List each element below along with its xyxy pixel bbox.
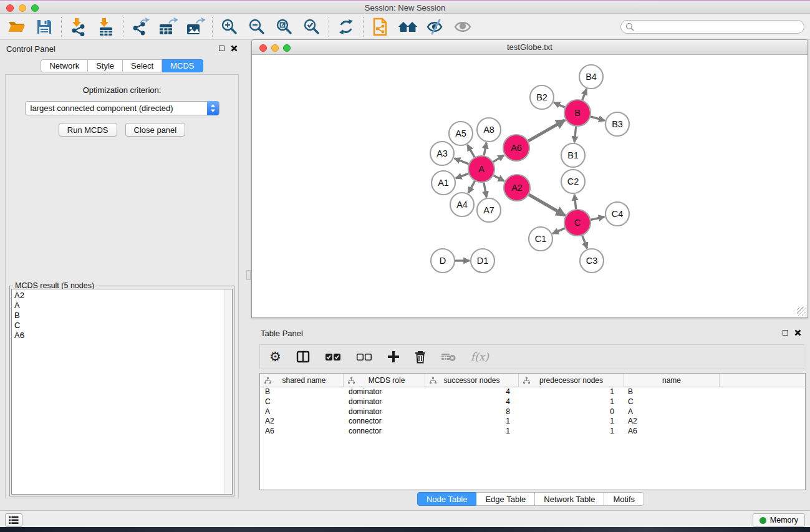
list-item[interactable]: C	[12, 321, 232, 331]
memory-button[interactable]: Memory	[753, 513, 805, 527]
tab-edge-table[interactable]: Edge Table	[476, 492, 535, 506]
search-icon	[625, 22, 634, 31]
resize-grip-icon[interactable]	[797, 307, 806, 316]
table-row[interactable]: A2 connector 1 1 A2	[260, 417, 805, 427]
list-item[interactable]: B	[12, 311, 232, 321]
graph-edge[interactable]	[591, 216, 604, 220]
column-header-successor-nodes[interactable]: successor nodes	[425, 374, 519, 387]
graph-edge[interactable]	[591, 117, 605, 120]
refresh-view-icon[interactable]	[336, 17, 356, 37]
graph-edge[interactable]	[582, 236, 587, 249]
desktop-wallpaper-strip	[0, 527, 810, 532]
select-all-columns-icon[interactable]	[325, 353, 341, 361]
graph-node-label: A3	[436, 148, 448, 158]
select-spinner-icon	[207, 101, 219, 115]
float-panel-icon[interactable]	[783, 330, 788, 336]
search-input[interactable]	[620, 20, 804, 34]
graph-edge[interactable]	[493, 155, 504, 162]
task-history-button[interactable]	[5, 513, 22, 527]
network-canvas[interactable]: AA1A2A3A4A5A6A7A8BB1B2B3B4CC1C2C3C4DD1	[253, 56, 807, 317]
list-item[interactable]: A6	[12, 331, 232, 341]
run-mcds-button[interactable]: Run MCDS	[59, 123, 117, 137]
float-panel-icon[interactable]	[219, 46, 224, 51]
cell-shared-name: A2	[260, 417, 344, 427]
column-header-name[interactable]: name	[624, 374, 720, 387]
control-panel-tabs: Network Style Select MCDS	[0, 59, 244, 72]
import-table-icon[interactable]	[96, 17, 116, 37]
add-column-icon[interactable]	[387, 351, 400, 363]
node-table: shared name MCDS role successor nodes	[259, 373, 806, 490]
column-header-shared-name[interactable]: shared name	[260, 374, 344, 387]
mcds-result-list[interactable]: A2 A B C A6	[11, 289, 233, 495]
graph-edge[interactable]	[484, 143, 486, 156]
home-icon[interactable]	[398, 17, 418, 37]
table-row[interactable]: A dominator 8 0 A	[260, 407, 805, 417]
graph-edge[interactable]	[484, 183, 486, 198]
function-builder-icon: f(x)	[471, 351, 489, 363]
hide-graphics-details-icon[interactable]	[425, 17, 445, 37]
table-settings-icon[interactable]: ⚙	[269, 351, 281, 363]
zoom-fit-icon[interactable]	[274, 17, 294, 37]
zoom-in-icon[interactable]	[219, 17, 239, 37]
graph-edge[interactable]	[468, 145, 475, 157]
graph-edge[interactable]	[582, 89, 587, 100]
new-network-from-selection-icon[interactable]	[370, 17, 390, 37]
export-image-icon[interactable]	[185, 17, 205, 37]
column-header-mcds-role[interactable]: MCDS role	[344, 374, 425, 387]
graph-node-label: B	[574, 108, 581, 118]
graph-edge[interactable]	[552, 228, 565, 234]
graph-node-label: C1	[535, 234, 547, 244]
tab-mcds[interactable]: MCDS	[162, 59, 203, 72]
table-row[interactable]: B dominator 4 1 B	[260, 387, 805, 397]
graph-node-label: A5	[455, 128, 466, 138]
scrollbar-track[interactable]	[224, 289, 232, 494]
cell-predecessor-nodes: 1	[519, 387, 624, 397]
tab-style[interactable]: Style	[88, 59, 123, 72]
zoom-selected-icon[interactable]	[302, 17, 322, 37]
show-graphics-details-icon[interactable]	[453, 17, 473, 37]
graph-node-label: A1	[438, 178, 449, 188]
column-header-predecessor-nodes[interactable]: predecessor nodes	[519, 374, 624, 387]
tab-node-table[interactable]: Node Table	[417, 492, 477, 506]
graph-edge[interactable]	[528, 120, 565, 141]
graph-edge[interactable]	[468, 181, 475, 193]
status-bar: Memory	[0, 510, 810, 527]
graph-edge[interactable]	[529, 195, 565, 216]
tab-network-table[interactable]: Network Table	[535, 492, 604, 506]
split-column-icon[interactable]	[296, 351, 310, 363]
list-item[interactable]: A2	[12, 289, 232, 301]
export-table-icon[interactable]	[158, 17, 178, 37]
table-row[interactable]: C dominator 4 1 C	[260, 397, 805, 407]
delete-columns-icon[interactable]	[415, 351, 426, 364]
network-graph[interactable]: AA1A2A3A4A5A6A7A8BB1B2B3B4CC1C2C3C4DD1	[253, 56, 807, 317]
open-session-icon[interactable]	[7, 17, 27, 37]
tab-motifs[interactable]: Motifs	[604, 492, 644, 506]
export-network-icon[interactable]	[130, 17, 150, 37]
table-row[interactable]: A6 connector 1 1 A6	[260, 427, 805, 437]
graph-node-label: D	[440, 256, 446, 266]
close-panel-button[interactable]: Close panel	[125, 123, 186, 137]
deselect-all-columns-icon[interactable]	[356, 353, 372, 361]
graph-edge[interactable]	[455, 158, 469, 164]
optimization-criterion-select[interactable]: largest connected component (directed)	[25, 101, 219, 115]
graph-edge[interactable]	[574, 127, 576, 142]
graph-edge[interactable]	[574, 195, 576, 209]
save-session-icon[interactable]	[34, 17, 54, 37]
zoom-out-icon[interactable]	[247, 17, 267, 37]
close-panel-icon[interactable]	[231, 45, 238, 52]
cell-mcds-role: dominator	[344, 407, 425, 417]
splitter-handle[interactable]	[246, 270, 251, 280]
graph-edge[interactable]	[493, 175, 504, 181]
graph-edge[interactable]	[554, 102, 565, 107]
tab-network[interactable]: Network	[41, 59, 88, 72]
list-item[interactable]: A	[12, 301, 232, 311]
tab-select[interactable]: Select	[123, 59, 162, 72]
close-panel-icon[interactable]	[794, 329, 801, 336]
graph-edge[interactable]	[456, 173, 469, 178]
list-icon	[9, 516, 19, 525]
hierarchy-icon	[348, 377, 355, 384]
cell-name: C	[624, 397, 720, 407]
network-window-title-bar[interactable]: testGlobe.txt	[252, 40, 808, 55]
delete-table-icon[interactable]	[441, 352, 456, 362]
import-network-icon[interactable]	[69, 17, 89, 37]
